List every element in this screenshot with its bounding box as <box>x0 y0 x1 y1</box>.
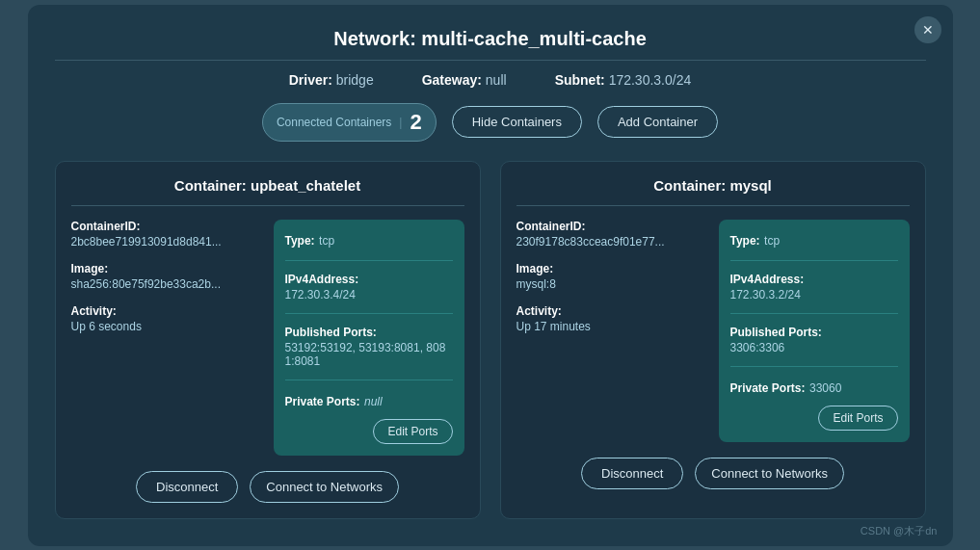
connect-networks-button-1[interactable]: Connect to Networks <box>695 458 844 489</box>
container-id-group-0: ContainerID: 2bc8bee719913091d8d841... <box>71 220 262 249</box>
card-actions-1: Disconnect Connect to Networks <box>516 458 910 489</box>
watermark: CSDN @木子dn <box>861 524 938 538</box>
connected-count: 2 <box>410 110 421 135</box>
edit-ports-button-1[interactable]: Edit Ports <box>818 406 897 431</box>
ipv4-group-0: IPv4Address: 172.30.3.4/24 <box>285 273 453 301</box>
card-divider-1 <box>516 205 910 206</box>
network-modal: ✕ Network: multi-cache_multi-cache Drive… <box>28 5 953 546</box>
network-info: Driver: bridge Gateway: null Subnet: 172… <box>55 72 926 88</box>
disconnect-button-1[interactable]: Disconnect <box>581 458 683 489</box>
type-group-1: Type: tcp <box>730 231 898 249</box>
container-title-0: Container: upbeat_chatelet <box>71 177 464 194</box>
activity-group-0: Activity: Up 6 seconds <box>71 304 262 333</box>
right-divider-0c <box>285 380 453 380</box>
modal-title: Network: multi-cache_multi-cache <box>55 28 926 50</box>
close-button[interactable]: ✕ <box>914 16 941 43</box>
container-id-group-1: ContainerID: 230f9178c83cceac9f01e77... <box>516 220 707 249</box>
card-body-1: ContainerID: 230f9178c83cceac9f01e77... … <box>516 220 910 442</box>
card-body-0: ContainerID: 2bc8bee719913091d8d841... I… <box>71 220 464 456</box>
type-group-0: Type: tcp <box>285 231 453 249</box>
private-ports-group-1: Private Ports: 33060 <box>730 379 898 396</box>
edit-ports-button-0[interactable]: Edit Ports <box>373 419 452 444</box>
right-divider-1c <box>730 366 898 367</box>
toolbar: Connected Containers | 2 Hide Containers… <box>55 103 926 142</box>
published-ports-group-1: Published Ports: 3306:3306 <box>730 326 898 354</box>
card-right-0: Type: tcp IPv4Address: 172.30.3.4/24 Pub… <box>274 220 464 456</box>
right-divider-0a <box>285 260 453 261</box>
card-actions-0: Disconnect Connect to Networks <box>71 471 464 503</box>
image-group-1: Image: mysql:8 <box>516 262 707 291</box>
private-ports-group-0: Private Ports: null <box>285 392 453 409</box>
disconnect-button-0[interactable]: Disconnect <box>136 471 238 503</box>
card-right-1: Type: tcp IPv4Address: 172.30.3.2/24 Pub… <box>719 220 910 442</box>
connect-networks-button-0[interactable]: Connect to Networks <box>250 471 399 503</box>
gateway-info: Gateway: null <box>422 72 507 88</box>
image-group-0: Image: sha256:80e75f92be33ca2b... <box>71 262 262 291</box>
connected-badge: Connected Containers | 2 <box>262 103 437 142</box>
ipv4-group-1: IPv4Address: 172.30.3.2/24 <box>730 273 898 301</box>
container-card-0: Container: upbeat_chatelet ContainerID: … <box>55 161 481 519</box>
right-divider-0b <box>285 313 453 314</box>
published-ports-group-0: Published Ports: 53192:53192, 53193:8081… <box>285 326 453 368</box>
right-divider-1a <box>730 260 898 261</box>
activity-group-1: Activity: Up 17 minutes <box>516 304 707 333</box>
add-container-button[interactable]: Add Container <box>597 106 718 138</box>
hide-containers-button[interactable]: Hide Containers <box>452 106 582 138</box>
container-card-1: Container: mysql ContainerID: 230f9178c8… <box>500 161 926 519</box>
card-divider-0 <box>71 205 464 206</box>
containers-grid: Container: upbeat_chatelet ContainerID: … <box>55 161 926 519</box>
driver-info: Driver: bridge <box>289 72 374 88</box>
right-divider-1b <box>730 313 898 314</box>
card-left-1: ContainerID: 230f9178c83cceac9f01e77... … <box>516 220 707 442</box>
subnet-info: Subnet: 172.30.3.0/24 <box>555 72 692 88</box>
card-left-0: ContainerID: 2bc8bee719913091d8d841... I… <box>71 220 262 456</box>
connected-containers-label: Connected Containers <box>277 116 391 129</box>
container-title-1: Container: mysql <box>516 177 910 194</box>
title-divider <box>55 60 926 61</box>
